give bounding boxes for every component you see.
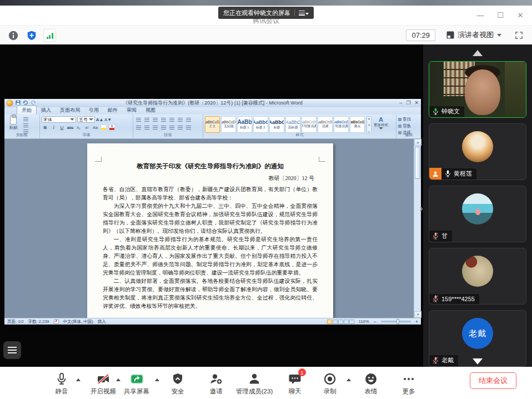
replace-button[interactable]: 替换 (398, 123, 419, 129)
share-screen-button[interactable]: 共享屏幕 (114, 372, 159, 396)
shrink-font-button[interactable]: A▼ (104, 116, 112, 123)
document-scrollbar[interactable]: ▲ ▼ (414, 139, 421, 318)
tab-page-layout[interactable]: 页面布局 (56, 106, 84, 114)
borders-icon[interactable] (185, 124, 192, 130)
line-spacing-icon[interactable] (168, 124, 175, 130)
tab-references[interactable]: 引用 (84, 106, 103, 114)
change-styles-button[interactable]: A 更改样式 (372, 117, 390, 133)
style-chip[interactable]: AaBbC 标题 (269, 116, 284, 133)
strikethrough-button[interactable]: abc (67, 124, 74, 131)
cut-icon[interactable] (22, 117, 29, 122)
style-chip[interactable]: AaBbCcDd 正文 (205, 116, 220, 133)
outline-view-button[interactable] (344, 320, 349, 324)
floating-menu-button[interactable] (3, 341, 21, 359)
end-meeting-button[interactable]: 结束会议 (470, 372, 516, 389)
document-page[interactable]: 教育部关于印发《研究生导师指导行为准则》的通知 教研〔2020〕12 号 各省、… (87, 143, 333, 318)
scrollbar-thumb[interactable] (415, 147, 420, 179)
tab-mailings[interactable]: 邮件 (103, 106, 122, 114)
word-close-button[interactable]: ✕ (414, 99, 419, 107)
sort-icon[interactable] (177, 117, 184, 122)
view-mode-selector[interactable]: 演讲者视图 (443, 28, 505, 42)
justify-icon[interactable] (160, 124, 167, 130)
undo-icon[interactable] (23, 100, 28, 105)
participant-tile[interactable]: 黄柑莲 (429, 123, 526, 180)
tooltip-menu-button[interactable] (299, 11, 309, 16)
zoom-out-button[interactable]: − (373, 319, 376, 325)
style-chip[interactable]: AaBbCcDd 强调 (318, 116, 333, 133)
bullets-icon[interactable] (135, 117, 142, 122)
tab-insert[interactable]: 插入 (37, 106, 56, 114)
redo-icon[interactable] (31, 100, 36, 105)
network-signal-icon[interactable] (43, 29, 56, 42)
style-chip[interactable]: AaBbCcDc 要点 (350, 116, 365, 133)
font-color-button[interactable]: A (108, 124, 116, 131)
align-center-icon[interactable] (143, 124, 150, 130)
find-button[interactable]: 查找 (398, 117, 419, 122)
zoom-slider[interactable] (381, 321, 411, 322)
multilevel-list-icon[interactable] (152, 117, 159, 122)
word-restore-button[interactable]: ❐ (406, 99, 410, 107)
security-shield-icon[interactable] (25, 29, 38, 42)
manage-members-button[interactable]: 管理成员(23) (229, 372, 279, 396)
style-chip[interactable]: AaBbC 标题 2 (253, 116, 268, 133)
underline-button[interactable]: U (58, 124, 66, 131)
superscript-button[interactable]: x² (83, 124, 91, 131)
numbering-icon[interactable] (143, 117, 150, 122)
subscript-button[interactable]: x₂ (75, 124, 82, 131)
highlight-color-button[interactable] (100, 124, 107, 131)
change-case-button[interactable]: Aa (92, 124, 99, 131)
participant-tile[interactable]: 钟晓文 (429, 61, 526, 118)
web-layout-view-button[interactable] (338, 320, 343, 324)
office-button[interactable] (6, 99, 13, 107)
word-minimize-button[interactable]: – (399, 99, 402, 107)
styles-gallery-scrollbar[interactable]: ▲▼≡ (367, 116, 372, 134)
font-name-select[interactable]: 宋体 (42, 116, 76, 123)
maximize-button[interactable]: ☐ (494, 9, 506, 21)
scroll-down-button[interactable] (473, 358, 483, 365)
mute-options-caret[interactable] (76, 378, 81, 381)
zoom-level[interactable]: 110% (359, 319, 369, 324)
style-chip[interactable]: AaBb 标题 1 (237, 116, 252, 133)
style-chip[interactable]: AaBbCcDd 不明显强调 (302, 116, 317, 133)
fullscreen-reading-view-button[interactable] (333, 320, 338, 324)
insert-mode-indicator[interactable]: 插入 (98, 319, 106, 325)
close-button[interactable]: ✕ (514, 9, 526, 21)
font-size-select[interactable]: 五号 (77, 116, 95, 123)
copy-icon[interactable] (22, 123, 29, 128)
scroll-up-arrow[interactable]: ▲ (414, 139, 421, 146)
show-marks-icon[interactable] (185, 117, 192, 122)
word-count[interactable]: 字数: 2,239 (28, 319, 49, 325)
mute-button[interactable]: 静音 (39, 372, 84, 396)
page-indicator[interactable]: 页面: 1/2 (7, 319, 24, 325)
print-layout-view-button[interactable] (327, 320, 332, 324)
participant-tile[interactable]: 159****4255 (429, 248, 526, 305)
style-chip[interactable]: AaBbC 副标题 (285, 116, 300, 133)
style-chip[interactable]: AaBbCcDd 无间隔 (221, 116, 236, 133)
zoom-slider-thumb[interactable] (397, 319, 399, 324)
decrease-indent-icon[interactable] (160, 117, 167, 122)
style-chip[interactable]: AaBbCcDc 明显强调 (334, 116, 349, 133)
minimize-button[interactable]: — (474, 9, 486, 21)
bold-button[interactable]: B (42, 124, 49, 131)
spellcheck-status-icon[interactable] (54, 320, 59, 324)
align-right-icon[interactable] (152, 124, 159, 130)
language-indicator[interactable]: 中文(简体, 中国) (63, 319, 93, 325)
more-button[interactable]: 更多 (387, 372, 431, 396)
security-button[interactable]: 安全 (155, 372, 200, 396)
meeting-info-icon[interactable] (7, 29, 19, 42)
align-left-icon[interactable] (135, 124, 142, 130)
participant-tile[interactable]: 甘 (429, 186, 526, 242)
scroll-down-arrow[interactable]: ▼ (414, 311, 421, 318)
zoom-in-button[interactable]: + (415, 319, 418, 325)
tab-review[interactable]: 审阅 (122, 106, 141, 114)
fullscreen-button[interactable] (513, 29, 525, 42)
record-button[interactable]: 录制 (308, 372, 352, 396)
tab-home[interactable]: 开始 (17, 106, 37, 114)
paste-button[interactable]: 粘贴 (6, 116, 21, 133)
save-icon[interactable] (16, 100, 21, 105)
scroll-up-button[interactable] (473, 50, 483, 56)
increase-indent-icon[interactable] (168, 117, 175, 122)
grow-font-button[interactable]: A▲ (96, 116, 103, 123)
italic-button[interactable]: I (50, 124, 57, 131)
collapse-panel-button[interactable]: › (419, 202, 423, 213)
